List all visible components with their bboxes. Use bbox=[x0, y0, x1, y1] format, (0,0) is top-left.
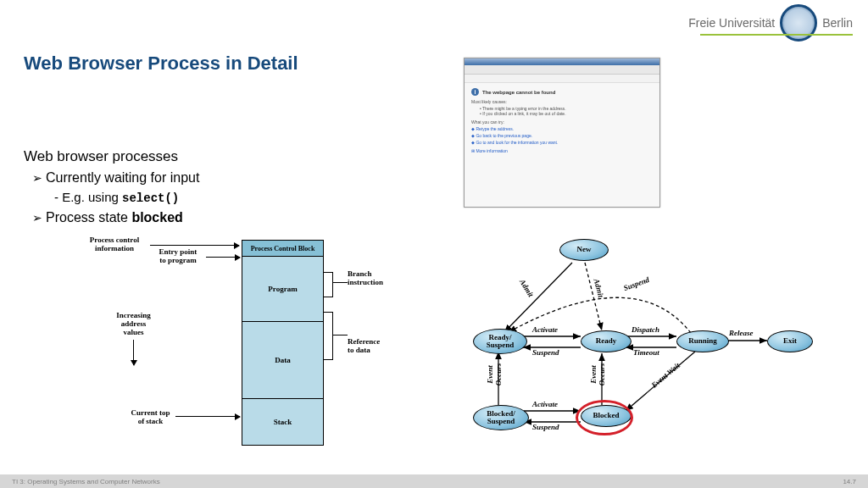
footer-bar: TI 3: Operating Systems and Computer Net… bbox=[0, 474, 868, 488]
pcb-stack: Process Control Block Program Data Stack bbox=[242, 240, 324, 446]
edge-release: Release bbox=[729, 329, 754, 337]
state-ready: Ready bbox=[581, 330, 632, 352]
page-title: Web Browser Process in Detail bbox=[24, 53, 298, 75]
bullet-waiting: Currently waiting for input bbox=[32, 168, 199, 188]
label-branch-instruction: Branch instruction bbox=[348, 270, 394, 287]
edge-suspend-1: Suspend bbox=[532, 348, 559, 357]
pcb-block-data: Data bbox=[242, 322, 323, 399]
pcb-block-stack: Stack bbox=[242, 399, 323, 445]
edge-dispatch: Dispatch bbox=[632, 325, 659, 334]
state-blocked-suspend: Blocked/ Suspend bbox=[473, 405, 529, 430]
university-name-left: Freie Universität bbox=[688, 16, 775, 30]
browser-error-title: The webpage cannot be found bbox=[482, 90, 555, 95]
state-running: Running bbox=[676, 330, 729, 352]
blocked-highlight-circle bbox=[576, 400, 633, 435]
label-process-control-info: Process control information bbox=[81, 236, 148, 253]
pcb-block-header: Process Control Block bbox=[242, 241, 323, 257]
university-logo: Freie Universität Berlin bbox=[688, 4, 853, 42]
header-underline bbox=[700, 34, 853, 36]
edge-suspend-2: Suspend bbox=[532, 423, 559, 431]
edge-activate-2: Activate bbox=[532, 400, 558, 408]
label-reference-data: Reference to data bbox=[348, 338, 394, 355]
university-name-right: Berlin bbox=[822, 16, 853, 30]
edge-activate-1: Activate bbox=[532, 325, 558, 334]
university-seal-icon bbox=[780, 4, 817, 42]
pcb-block-program: Program bbox=[242, 257, 323, 322]
footer-right: 14.7 bbox=[843, 478, 856, 485]
info-icon: i bbox=[471, 88, 479, 96]
body-heading: Web browser processes bbox=[24, 146, 199, 168]
label-increasing-address: Increasing address values bbox=[110, 312, 157, 337]
state-new: New bbox=[559, 239, 609, 261]
edge-event-occurs-2: Event Occurs bbox=[589, 363, 606, 386]
bullet-state: Process state blocked bbox=[32, 208, 199, 228]
bullet-select: E.g. using select() bbox=[54, 188, 199, 208]
state-exit: Exit bbox=[767, 330, 813, 352]
edge-event-occurs-1: Event Occurs bbox=[486, 363, 503, 386]
pcb-memory-diagram: Process control information Entry point … bbox=[81, 240, 360, 464]
content-body: Web browser processes Currently waiting … bbox=[24, 146, 199, 228]
browser-window-mock: i The webpage cannot be found Most likel… bbox=[464, 58, 660, 208]
state-ready-suspend: Ready/ Suspend bbox=[473, 329, 527, 354]
footer-left: TI 3: Operating Systems and Computer Net… bbox=[12, 478, 160, 485]
edge-timeout: Timeout bbox=[633, 348, 659, 357]
label-entry-point: Entry point to program bbox=[153, 248, 203, 265]
label-current-top-stack: Current top of stack bbox=[127, 409, 174, 426]
process-state-diagram: New Ready/ Suspend Ready Running Exit Bl… bbox=[458, 237, 822, 453]
